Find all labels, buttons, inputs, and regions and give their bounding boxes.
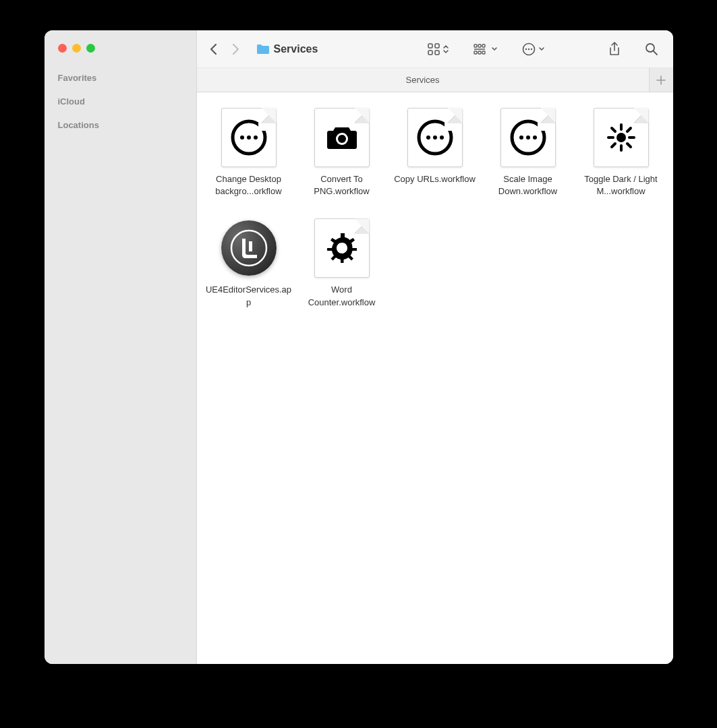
file-name: Change Desktop backgro...orkflow [206,173,292,198]
file-name: Convert To PNG.workflow [299,173,385,198]
file-item[interactable]: Copy URLs.workflow [391,107,479,198]
group-button[interactable] [471,41,500,57]
toolbar: Services [197,30,673,68]
folder-name: Services [274,43,318,55]
svg-rect-1 [435,44,439,48]
grid-icon [428,43,440,55]
app-icon [219,218,279,278]
svg-line-40 [627,144,631,147]
main-area: Services [197,30,673,664]
svg-point-23 [338,135,346,143]
sidebar-section-favorites[interactable]: Favorites [45,66,196,90]
tab-label: Services [406,75,440,85]
group-icon [474,44,488,55]
sidebar-section-locations[interactable]: Locations [45,113,196,137]
svg-point-19 [240,135,244,140]
tab-bar: Services [197,68,673,92]
chevron-down-icon [491,47,498,52]
file-item[interactable]: Scale Image Down.workflow [484,107,572,198]
nav-arrows [209,43,240,55]
toolbar-right-group [425,39,661,59]
svg-rect-18 [258,123,268,131]
file-item[interactable]: Convert To PNG.workflow [298,107,386,198]
folder-icon [256,44,270,55]
svg-point-15 [646,44,654,52]
action-button[interactable] [519,40,548,59]
svg-rect-3 [435,51,439,55]
search-button[interactable] [642,40,661,59]
file-name: Scale Image Down.workflow [485,173,571,198]
svg-point-12 [525,48,526,49]
file-name: Copy URLs.workflow [394,173,476,185]
content-area: Change Desktop backgro...orkflow [197,92,673,664]
workflow-icon [405,107,465,168]
svg-rect-4 [474,44,477,47]
svg-rect-25 [444,123,454,131]
file-item[interactable]: UE4EditorServices.app [205,218,293,308]
folder-title: Services [256,43,318,55]
svg-line-41 [627,128,631,131]
share-icon [608,42,621,57]
svg-point-32 [526,135,530,140]
svg-line-42 [612,144,615,147]
finder-window: Favorites iCloud Locations Services [45,30,673,664]
svg-rect-6 [482,44,485,47]
workflow-icon [219,107,279,168]
search-icon [645,42,658,56]
svg-rect-30 [538,123,547,131]
file-item[interactable]: Word Counter.workflow [298,218,386,308]
svg-point-33 [533,135,537,140]
svg-point-20 [247,135,251,140]
file-name: Toggle Dark / Light M...workflow [578,173,664,198]
workflow-icon [591,107,652,168]
file-name: UE4EditorServices.app [206,284,292,308]
svg-line-39 [612,128,615,131]
maximize-button[interactable] [86,44,95,53]
svg-point-14 [530,48,532,49]
svg-rect-9 [478,51,481,54]
svg-point-31 [519,135,523,140]
ellipsis-circle-icon [522,42,536,56]
workflow-icon [498,107,558,168]
view-mode-button[interactable] [425,40,452,58]
svg-point-28 [440,135,444,140]
chevron-down-icon [538,47,545,52]
plus-icon [656,75,666,85]
svg-rect-5 [478,44,481,47]
sidebar-section-icloud[interactable]: iCloud [45,90,196,113]
traffic-lights [45,44,196,66]
svg-point-26 [426,135,430,140]
svg-rect-8 [474,51,477,54]
workflow-icon [312,107,372,168]
svg-rect-2 [428,51,432,55]
forward-button[interactable] [232,43,240,55]
file-item[interactable]: Toggle Dark / Light M...workflow [577,107,665,198]
new-tab-button[interactable] [649,68,673,92]
tab-services[interactable]: Services [197,68,649,92]
share-button[interactable] [606,39,623,59]
file-name: Word Counter.workflow [299,284,385,308]
svg-line-16 [654,51,657,55]
chevron-updown-icon [442,44,449,55]
svg-point-34 [616,133,626,142]
file-grid: Change Desktop backgro...orkflow [205,107,665,309]
back-button[interactable] [209,43,217,55]
svg-point-13 [527,48,529,49]
close-button[interactable] [58,44,67,53]
minimize-button[interactable] [72,44,81,53]
svg-point-27 [433,135,437,140]
svg-rect-10 [482,51,485,54]
file-item[interactable]: Change Desktop backgro...orkflow [205,107,293,198]
svg-point-21 [254,135,258,140]
svg-rect-0 [428,44,432,48]
workflow-icon [312,218,372,278]
sidebar: Favorites iCloud Locations [45,30,197,664]
